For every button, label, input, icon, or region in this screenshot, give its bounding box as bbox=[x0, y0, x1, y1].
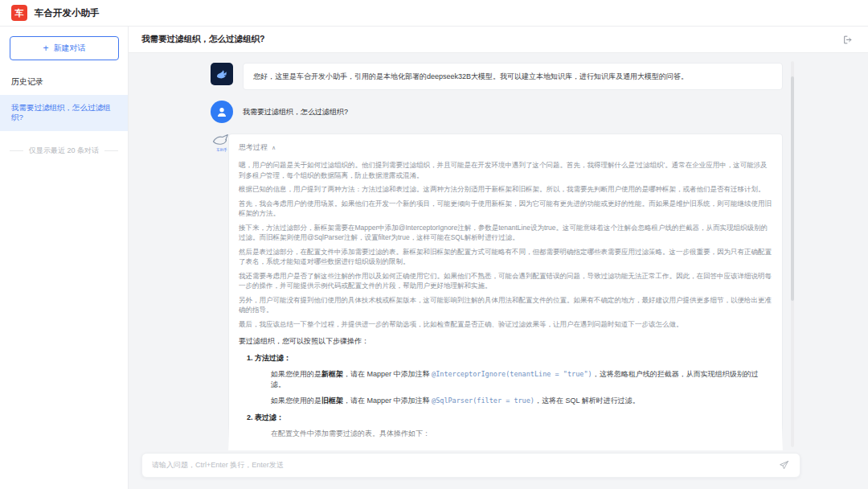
app-window: 车 车合开发小助手 + 新建对话 历史记录 我需要过滤组织，怎么过滤组织? 仅显… bbox=[0, 0, 868, 489]
whale-icon bbox=[215, 67, 230, 82]
plus-icon: + bbox=[43, 43, 48, 53]
chat-title: 我需要过滤组织，怎么过滤组织? bbox=[141, 34, 264, 45]
assistant-tag: 车助手 bbox=[216, 148, 227, 152]
thinking-toggle[interactable]: 思考过程 ∧ bbox=[239, 142, 772, 153]
top-bar: 车 车合开发小助手 bbox=[0, 0, 868, 27]
divider-line bbox=[104, 150, 118, 151]
sidebar: + 新建对话 历史记录 我需要过滤组织，怎么过滤组织? 仅显示最近 20 条对话 bbox=[0, 27, 129, 489]
thinking-paragraph: 根据已知的信息，用户提到了两种方法：方法过滤和表过滤。这两种方法分别适用于新框架… bbox=[239, 184, 772, 195]
chat-scroll-area[interactable]: 您好，这里是车合开发小助手，引用的是本地化部署的deepseek32B大模型。我… bbox=[129, 53, 868, 450]
new-chat-button[interactable]: + 新建对话 bbox=[10, 36, 119, 60]
thinking-paragraph: 然后是表过滤部分，在配置文件中添加需要过滤的表。新框架和旧框架的配置方式可能略有… bbox=[239, 247, 772, 267]
answer-step-title: 1. 方法过滤： bbox=[239, 353, 772, 364]
answer-step-line: 如果您使用的是新框架，请在 Mapper 中添加注释 @InterceptorI… bbox=[239, 369, 772, 390]
send-icon[interactable] bbox=[777, 458, 790, 471]
chevron-up-icon: ∧ bbox=[272, 145, 276, 151]
new-chat-label: 新建对话 bbox=[54, 43, 86, 54]
thinking-paragraph: 首先，我会考虑用户的使用场景。如果他们在开发一个新的项目，可能更倾向于使用新框架… bbox=[239, 199, 772, 219]
message-user: 我需要过滤组织，怎么过滤组织? bbox=[129, 101, 868, 123]
thinking-paragraph: 我还需要考虑用户是否了解这些注解的作用以及如何正确使用它们。如果他们不熟悉，可能… bbox=[239, 271, 772, 291]
inline-code: @InterceptorIgnore(tenantLine = "true") bbox=[432, 370, 592, 378]
thinking-paragraph: 另外，用户可能没有提到他们使用的具体技术栈或框架版本，这可能影响到注解的具体用法… bbox=[239, 295, 772, 315]
export-icon[interactable] bbox=[841, 33, 854, 46]
answer-step-line: 如果您使用的是旧框架，请在 Mapper 中添加注释 @SqlParser(fi… bbox=[239, 396, 772, 406]
message-assistant-answer: 车助手 思考过程 ∧ 嗯，用户的问题是关于如何过滤组织的。他们提到需要过滤组织，… bbox=[129, 134, 868, 450]
history-limit-note: 仅显示最近 20 条对话 bbox=[10, 146, 118, 156]
answer-intro: 要过滤组织，您可以按照以下步骤操作： bbox=[239, 336, 772, 347]
thinking-paragraph: 嗯，用户的问题是关于如何过滤组织的。他们提到需要过滤组织，并且可能是在开发环境中… bbox=[239, 160, 772, 180]
assistant-avatar bbox=[211, 63, 233, 85]
app-logo: 车 bbox=[11, 5, 27, 21]
assistant-greeting-bubble: 您好，这里是车合开发小助手，引用的是本地化部署的deepseek32B大模型。我… bbox=[243, 63, 783, 90]
message-input[interactable] bbox=[152, 461, 777, 469]
message-assistant-greeting: 您好，这里是车合开发小助手，引用的是本地化部署的deepseek32B大模型。我… bbox=[129, 63, 868, 90]
answer-step-title: 2. 表过滤： bbox=[239, 413, 772, 423]
thinking-paragraph: 最后，我应该总结一下整个过程，并提供进一步的帮助选项，比如检查配置是否正确、验证… bbox=[239, 319, 772, 330]
sidebar-item-conversation[interactable]: 我需要过滤组织，怎么过滤组织? bbox=[0, 95, 128, 131]
app-title: 车合开发小助手 bbox=[35, 7, 100, 19]
assistant-answer-bubble: 思考过程 ∧ 嗯，用户的问题是关于如何过滤组织的。他们提到需要过滤组织，并且可能… bbox=[228, 134, 783, 450]
history-limit-text: 仅显示最近 20 条对话 bbox=[29, 146, 99, 156]
app-logo-glyph: 车 bbox=[15, 7, 24, 19]
answer-content: 要过滤组织，您可以按照以下步骤操作： 1. 方法过滤： 如果您使用的是新框架，请… bbox=[239, 336, 772, 450]
answer-step-line: 在配置文件中添加需要过滤的表。具体操作如下： bbox=[239, 429, 772, 439]
message-input-box[interactable] bbox=[141, 453, 800, 478]
chat-panel: 我需要过滤组织，怎么过滤组织? 您好，这里是车合开发小助手，引用的是本地化部署的… bbox=[129, 27, 868, 489]
inline-code: @SqlParser(filter = true) bbox=[432, 397, 534, 405]
thinking-paragraph: 接下来，方法过滤部分，新框架需要在Mapper中添加@InterceptorIg… bbox=[239, 223, 772, 243]
divider-line bbox=[10, 150, 23, 151]
history-section-label: 历史记录 bbox=[0, 68, 128, 95]
composer-area bbox=[129, 450, 868, 489]
person-icon bbox=[215, 105, 228, 118]
user-question-text: 我需要过滤组织，怎么过滤组织? bbox=[243, 101, 783, 123]
scrollbar-thumb[interactable] bbox=[791, 76, 794, 300]
thinking-label: 思考过程 bbox=[239, 142, 268, 153]
whale-outline-icon bbox=[211, 134, 232, 147]
thinking-content: 嗯，用户的问题是关于如何过滤组织的。他们提到需要过滤组织，并且可能是在开发环境中… bbox=[239, 160, 772, 329]
assistant-deep-avatar: 车助手 bbox=[211, 134, 233, 156]
user-avatar bbox=[211, 101, 233, 123]
chat-scrollbar[interactable] bbox=[791, 61, 794, 447]
chat-header: 我需要过滤组织，怎么过滤组织? bbox=[129, 27, 868, 53]
